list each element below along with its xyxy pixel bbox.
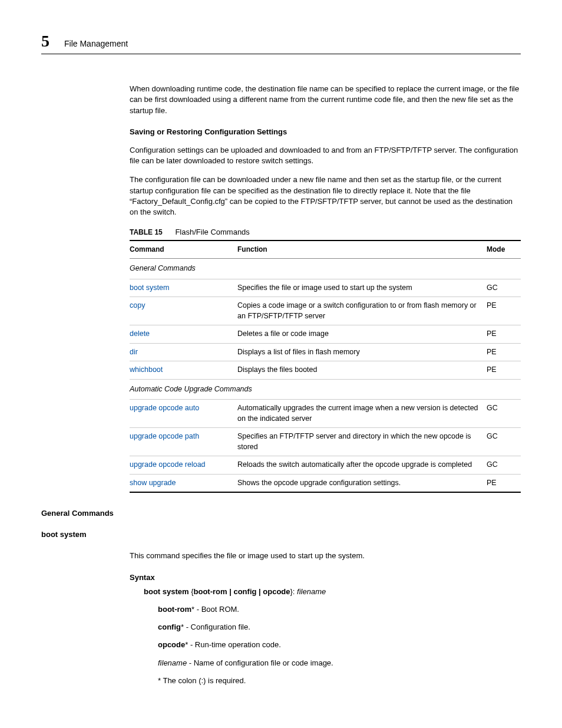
table-title: Flash/File Commands (175, 228, 249, 236)
command-func: Automatically upgrades the current image… (237, 400, 487, 428)
command-mode: PE (487, 343, 521, 361)
command-mode: PE (487, 325, 521, 344)
table-row: boot system Specifies the file or image … (130, 279, 521, 297)
command-link[interactable]: upgrade opcode reload (130, 456, 237, 475)
table-row: copy Copies a code image or a switch con… (130, 297, 521, 325)
command-func: Displays the files booted (237, 361, 487, 380)
syntax-opt-opcode: opcode* - Run-time operation code. (158, 640, 521, 650)
table-row: dir Displays a list of files in flash me… (130, 343, 521, 361)
table-row: whichboot Displays the files booted PE (130, 361, 521, 380)
chapter-number: 5 (41, 29, 49, 52)
table-row: upgrade opcode auto Automatically upgrad… (130, 400, 521, 428)
intro-paragraph: When downloading runtime code, the desti… (130, 84, 521, 116)
command-mode: PE (487, 361, 521, 380)
command-mode: PE (487, 474, 521, 492)
table-label: TABLE 15 (130, 228, 163, 236)
command-mode: GC (487, 279, 521, 297)
command-func: Copies a code image or a switch configur… (237, 297, 487, 325)
syntax-options: boot-rom | config | opcode (194, 587, 290, 596)
table-caption: TABLE 15 Flash/File Commands (130, 227, 521, 238)
command-func: Displays a list of files in flash memory (237, 343, 487, 361)
main-content: When downloading runtime code, the desti… (130, 84, 521, 493)
command-link[interactable]: dir (130, 343, 237, 361)
command-link[interactable]: boot system (130, 279, 237, 297)
syntax-note-colon: * The colon (:) is required. (158, 676, 521, 686)
command-mode: GC (487, 428, 521, 456)
command-mode: GC (487, 400, 521, 428)
command-link[interactable]: delete (130, 325, 237, 344)
syntax-line: boot system {boot-rom | config | opcode}… (144, 587, 521, 597)
page-header: 5 File Management (41, 29, 521, 54)
table-row: upgrade opcode path Specifies an FTP/TFT… (130, 428, 521, 456)
paragraph-2: Configuration settings can be uploaded a… (130, 145, 521, 166)
section-general-commands: General Commands (41, 508, 521, 519)
col-mode: Mode (487, 241, 521, 258)
command-link[interactable]: show upgrade (130, 474, 237, 492)
boot-system-content: This command specifies the file or image… (130, 551, 521, 686)
command-link[interactable]: upgrade opcode auto (130, 400, 237, 428)
command-link[interactable]: upgrade opcode path (130, 428, 237, 456)
paragraph-3: The configuration file can be downloaded… (130, 174, 521, 218)
table-row: show upgrade Shows the opcode upgrade co… (130, 474, 521, 492)
syntax-cmd: boot system (144, 587, 189, 596)
command-func: Shows the opcode upgrade configuration s… (237, 474, 487, 492)
command-mode: PE (487, 297, 521, 325)
syntax-opt-filename: filename - Name of configuration file or… (158, 658, 521, 668)
syntax-heading: Syntax (130, 572, 521, 583)
command-func: Specifies the file or image used to star… (237, 279, 487, 297)
table-section-header: Automatic Code Upgrade Commands (130, 379, 521, 400)
command-link[interactable]: copy (130, 297, 237, 325)
subheading-saving: Saving or Restoring Configuration Settin… (130, 127, 521, 137)
col-command: Command (130, 241, 237, 258)
command-func: Specifies an FTP/TFTP server and directo… (237, 428, 487, 456)
command-mode: GC (487, 456, 521, 475)
section-boot-system: boot system (41, 529, 521, 540)
syntax-arg: filename (297, 587, 326, 596)
commands-table: Command Function Mode General Commands b… (130, 240, 521, 493)
table-row: upgrade opcode reload Reloads the switch… (130, 456, 521, 475)
syntax-opt-config: config* - Configuration file. (158, 622, 521, 633)
table-section-header: General Commands (130, 259, 521, 279)
command-func: Reloads the switch automatically after t… (237, 456, 487, 475)
col-function: Function (237, 241, 487, 258)
boot-system-desc: This command specifies the file or image… (130, 551, 521, 561)
table-row: delete Deletes a file or code image PE (130, 325, 521, 344)
chapter-title: File Management (64, 38, 128, 50)
command-func: Deletes a file or code image (237, 325, 487, 344)
command-link[interactable]: whichboot (130, 361, 237, 380)
syntax-opt-bootrom: boot-rom* - Boot ROM. (158, 604, 521, 615)
